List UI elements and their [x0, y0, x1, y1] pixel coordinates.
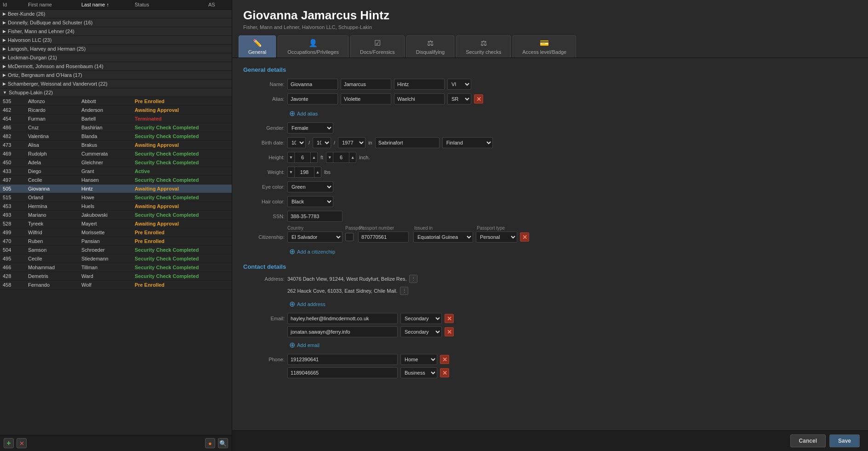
eye-color-select[interactable]: GreenBlueBrown [287, 181, 333, 192]
col-id[interactable]: Id [3, 2, 28, 7]
remove-alias-button[interactable]: ✕ [474, 94, 483, 104]
passport-type-select[interactable]: PersonalOfficial [476, 231, 517, 243]
phone-type-select-2[interactable]: BusinessHomeMobile [400, 367, 437, 378]
birth-day-select[interactable]: 10 [313, 137, 331, 148]
remove-citizenship-button[interactable]: ✕ [520, 232, 529, 242]
phone-input-1[interactable] [287, 354, 398, 365]
table-row[interactable]: 486 Cruz Bashirian Security Check Comple… [0, 123, 232, 132]
group-row[interactable]: ▶ Lockman-Durgan (21) [0, 53, 232, 62]
address-info-btn-2[interactable]: ⋮ [400, 287, 408, 295]
group-row[interactable]: ▶ Donnelly, DuBuque and Schuster (16) [0, 18, 232, 27]
table-row[interactable]: 535 Alfonzo Abbott Pre Enrolled [0, 97, 232, 106]
tab-docs[interactable]: ☑ Docs/Forensics [350, 35, 405, 58]
birth-city-input[interactable] [375, 137, 440, 148]
passport-issued-select[interactable]: Equatorial Guinea [413, 231, 473, 243]
tab-disqualifying[interactable]: ⚖ Disqualifying [406, 35, 454, 58]
email-type-select-1[interactable]: SecondaryPrimaryHome [400, 313, 442, 324]
remove-phone-button-2[interactable]: ✕ [440, 368, 449, 377]
phone-input-2[interactable] [287, 367, 398, 378]
birth-month-select[interactable]: 10 [287, 137, 306, 148]
alias-middle-input[interactable] [341, 93, 391, 104]
table-row[interactable]: 528 Tyreek Mayert Awaiting Approval [0, 220, 232, 228]
birth-country-select[interactable]: Finland [442, 137, 493, 148]
group-row-expanded[interactable]: ▼ Schuppe-Lakin (22) [0, 88, 232, 97]
add-address-button[interactable]: ⊕ Add address [287, 299, 327, 309]
col-firstname[interactable]: First name [28, 2, 81, 7]
group-row[interactable]: ▶ Langosh, Harvey and Herman (25) [0, 45, 232, 53]
weight-up[interactable]: ▲ [314, 167, 321, 177]
search-button[interactable]: 🔍 [218, 438, 228, 448]
passport-number-input[interactable] [358, 231, 409, 243]
height-in-input[interactable] [333, 152, 349, 162]
name-middle-input[interactable] [341, 79, 391, 90]
table-row[interactable]: 497 Cecile Hansen Security Check Complet… [0, 176, 232, 185]
weight-input[interactable] [294, 167, 314, 177]
height-ft-up[interactable]: ▲ [311, 152, 317, 162]
group-row[interactable]: ▶ Schamberger, Weissnat and Vandervort (… [0, 80, 232, 88]
table-row[interactable]: 515 Orland Howe Security Check Completed [0, 193, 232, 202]
alias-suffix-select[interactable]: SRJRVI [447, 93, 471, 104]
table-row[interactable]: 469 Rudolph Cummerata Security Check Com… [0, 150, 232, 158]
name-first-input[interactable] [287, 79, 338, 90]
remove-email-button-1[interactable]: ✕ [445, 314, 454, 323]
col-status[interactable]: Status [135, 2, 208, 7]
passport-checkbox[interactable] [345, 233, 354, 241]
phone-type-select-1[interactable]: HomeBusinessMobile [400, 354, 437, 365]
table-row[interactable]: 458 Fernando Wolf Pre Enrolled [0, 281, 232, 289]
group-row[interactable]: ▶ Ortiz, Bergnaum and O'Hara (17) [0, 71, 232, 80]
table-row[interactable]: 470 Ruben Pansian Pre Enrolled [0, 237, 232, 246]
height-ft-down[interactable]: ▼ [288, 152, 294, 162]
citizenship-country-select[interactable]: El Salvador [287, 231, 343, 243]
group-row[interactable]: ▶ Beer-Kunde (26) [0, 10, 232, 18]
table-row[interactable]: 433 Diego Grant Active [0, 167, 232, 176]
table-row[interactable]: 473 Alisa Brakus Awaiting Approval [0, 141, 232, 150]
table-row[interactable]: 504 Samson Schroeder Security Check Comp… [0, 246, 232, 254]
email-input-1[interactable] [287, 313, 398, 324]
table-row[interactable]: 482 Valentina Blanda Security Check Comp… [0, 132, 232, 141]
remove-person-button[interactable]: ✕ [17, 438, 27, 448]
tab-general[interactable]: ✏️ General [239, 35, 276, 58]
ssn-input[interactable] [287, 211, 343, 222]
birth-year-select[interactable]: 1977 [338, 137, 365, 148]
warning-button[interactable]: ● [205, 438, 215, 448]
col-lastname[interactable]: Last name ↑ [81, 2, 135, 7]
name-suffix-select[interactable]: VISRJR [447, 79, 471, 90]
gender-select[interactable]: FemaleMaleOther [287, 122, 333, 133]
table-row[interactable]: 454 Furman Bartell Terminated [0, 115, 232, 123]
table-row[interactable]: 428 Demetris Ward Security Check Complet… [0, 272, 232, 281]
table-row[interactable]: 466 Mohammad Tillman Security Check Comp… [0, 263, 232, 272]
alias-first-input[interactable] [287, 93, 338, 104]
address-info-btn-1[interactable]: ⋮ [409, 275, 417, 283]
add-alias-button[interactable]: ⊕ Add alias [287, 108, 320, 119]
table-row[interactable]: 505 Giovanna Hintz Awaiting Approval [0, 185, 232, 193]
email-input-2[interactable] [287, 326, 398, 337]
remove-phone-button-1[interactable]: ✕ [440, 355, 449, 364]
col-as[interactable]: AS [208, 2, 229, 7]
tab-security[interactable]: ⚖ Security checks [456, 35, 511, 58]
group-row[interactable]: ▶ Fisher, Mann and Lehner (24) [0, 27, 232, 36]
alias-last-input[interactable] [394, 93, 445, 104]
height-in-down[interactable]: ▼ [326, 152, 333, 162]
add-person-button[interactable]: + [4, 438, 14, 448]
table-row[interactable]: 495 Cecile Stiedemann Security Check Com… [0, 254, 232, 263]
add-email-button[interactable]: ⊕ Add email [287, 340, 321, 350]
group-row[interactable]: ▶ Halvorson LLC (23) [0, 36, 232, 45]
email-type-select-2[interactable]: SecondaryPrimaryHome [400, 326, 442, 337]
group-row[interactable]: ▶ McDermott, Johnson and Rosenbaum (14) [0, 62, 232, 71]
table-row[interactable]: 453 Hermina Huels Awaiting Approval [0, 202, 232, 211]
name-last-input[interactable] [394, 79, 445, 90]
weight-down[interactable]: ▼ [288, 167, 294, 177]
remove-email-button-2[interactable]: ✕ [445, 327, 454, 336]
hair-color-select[interactable]: BlackBrownBlonde [287, 196, 333, 207]
save-button[interactable]: Save [829, 434, 860, 447]
table-row[interactable]: 499 Wilfrid Morissette Pre Enrolled [0, 228, 232, 237]
table-row[interactable]: 462 Ricardo Anderson Awaiting Approval [0, 106, 232, 115]
tab-access[interactable]: 💳 Access level/Badge [513, 35, 576, 58]
tab-occupations[interactable]: 👤 Occupations/Privileges [278, 35, 348, 58]
height-in-up[interactable]: ▲ [349, 152, 356, 162]
add-citizenship-button[interactable]: ⊕ Add a citizenchip [287, 246, 337, 257]
table-row[interactable]: 493 Mariano Jakubowski Security Check Co… [0, 211, 232, 220]
table-row[interactable]: 450 Adela Gleichner Security Check Compl… [0, 158, 232, 167]
height-ft-input[interactable] [294, 152, 311, 162]
cancel-button[interactable]: Cancel [790, 434, 826, 447]
